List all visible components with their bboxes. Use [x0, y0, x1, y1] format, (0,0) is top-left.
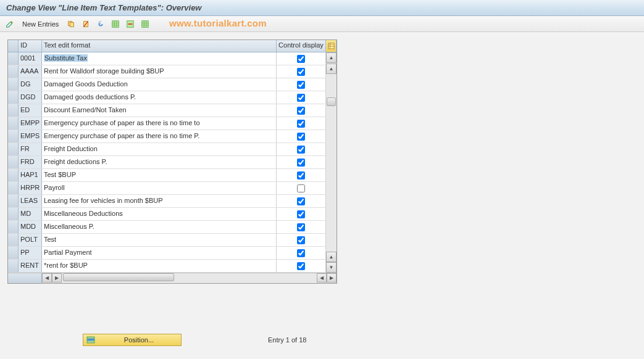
cell-control — [277, 195, 326, 207]
table-row: MDDMiscellaneous P. — [8, 221, 326, 234]
cell-text[interactable]: Discount Earned/Not Taken — [42, 104, 277, 117]
row-selector[interactable] — [8, 182, 19, 194]
row-selector[interactable] — [8, 78, 19, 91]
row-selector[interactable] — [8, 221, 19, 233]
cell-id[interactable]: AAAA — [19, 65, 42, 78]
cell-text[interactable]: Test $BUP — [42, 169, 277, 181]
row-selector[interactable] — [8, 208, 19, 220]
cell-text[interactable]: Freight deductions P. — [42, 156, 277, 168]
row-selector[interactable] — [8, 65, 19, 78]
toggle-button[interactable] — [4, 18, 16, 30]
scroll-right-button[interactable]: ▶ — [327, 273, 337, 283]
cell-id[interactable]: HAP1 — [19, 169, 42, 181]
toolbar: New Entries www.tutorialkart.com — [0, 16, 644, 32]
control-checkbox[interactable] — [297, 184, 305, 192]
scroll-up-button[interactable]: ▲ — [326, 52, 337, 63]
control-checkbox[interactable] — [297, 146, 305, 154]
control-checkbox[interactable] — [297, 171, 305, 180]
row-selector[interactable] — [8, 91, 19, 104]
cell-text[interactable]: *rent for $BUP — [42, 260, 277, 272]
cell-id[interactable]: LEAS — [19, 195, 42, 207]
cell-id[interactable]: MDD — [19, 221, 42, 233]
select-all-button[interactable] — [109, 18, 122, 30]
cell-control — [277, 104, 326, 117]
cell-text[interactable]: Partial Payment — [42, 247, 277, 259]
undo-button[interactable] — [94, 18, 107, 30]
control-checkbox[interactable] — [297, 68, 305, 76]
scroll-up-button-2[interactable]: ▲ — [326, 64, 337, 74]
scroll-thumb[interactable] — [327, 97, 336, 106]
row-selector[interactable] — [8, 260, 19, 272]
row-selector[interactable] — [8, 117, 19, 130]
cell-id[interactable]: EMPS — [19, 130, 42, 142]
control-checkbox[interactable] — [297, 94, 305, 102]
cell-id[interactable]: DG — [19, 78, 42, 91]
control-checkbox[interactable] — [297, 249, 305, 257]
cell-text[interactable]: Test — [42, 234, 277, 246]
column-header-text[interactable]: Text edit format — [42, 40, 277, 52]
control-checkbox[interactable] — [297, 81, 305, 89]
row-selector[interactable] — [8, 104, 19, 117]
hscroll-thumb[interactable] — [63, 273, 174, 281]
row-selector[interactable] — [8, 156, 19, 168]
row-selector[interactable] — [8, 143, 19, 155]
vertical-scrollbar[interactable]: ▲ ▲ ▲ ▼ — [326, 52, 337, 273]
cell-text[interactable]: Miscellaneous Deductions — [42, 208, 277, 220]
copy-button[interactable] — [65, 18, 77, 30]
horizontal-scrollbar[interactable]: ◀ ▶ ◀ ▶ — [8, 273, 337, 283]
cell-text[interactable]: Emergency purchase of paper as there is … — [42, 130, 277, 142]
deselect-button[interactable] — [124, 18, 136, 30]
cell-text[interactable]: Substitute Tax — [42, 52, 277, 65]
row-selector[interactable] — [8, 130, 19, 142]
position-button[interactable]: Position... — [83, 334, 182, 346]
cell-text[interactable]: Damaged goods deductions P. — [42, 91, 277, 104]
configure-columns-button[interactable] — [326, 40, 337, 52]
cell-id[interactable]: HRPR — [19, 182, 42, 194]
control-checkbox[interactable] — [297, 236, 305, 244]
control-checkbox[interactable] — [297, 55, 305, 63]
cell-text[interactable]: Emergency purchase of paper as there is … — [42, 117, 277, 130]
cell-id[interactable]: PP — [19, 247, 42, 259]
control-checkbox[interactable] — [297, 133, 305, 141]
grid-button[interactable] — [139, 18, 151, 30]
control-checkbox[interactable] — [297, 159, 305, 167]
cell-id[interactable]: 0001 — [19, 52, 42, 65]
cell-text[interactable]: Rent for Walldorf storage building $BUP — [42, 65, 277, 78]
control-checkbox[interactable] — [297, 120, 305, 128]
column-header-id[interactable]: ID — [19, 40, 42, 52]
scroll-left-button-2[interactable]: ▶ — [52, 273, 62, 283]
scroll-left-button[interactable]: ◀ — [42, 273, 52, 283]
row-selector[interactable] — [8, 195, 19, 207]
cell-text[interactable]: Leasing fee for vehicles in month $BUP — [42, 195, 277, 207]
cell-text[interactable]: Miscellaneous P. — [42, 221, 277, 233]
scroll-right-button-2[interactable]: ◀ — [317, 273, 327, 283]
control-checkbox[interactable] — [297, 223, 305, 231]
cell-id[interactable]: POLT — [19, 234, 42, 246]
delete-button[interactable] — [80, 18, 92, 30]
cell-id[interactable]: DGD — [19, 91, 42, 104]
cell-id[interactable]: FRD — [19, 156, 42, 168]
cell-id[interactable]: MD — [19, 208, 42, 220]
cell-text[interactable]: Freight Deduction — [42, 143, 277, 155]
row-selector[interactable] — [8, 247, 19, 259]
scroll-down-button[interactable]: ▼ — [326, 262, 337, 273]
control-checkbox[interactable] — [297, 262, 305, 270]
cell-control — [277, 156, 326, 168]
delete-icon — [82, 20, 90, 28]
cell-text[interactable]: Damaged Goods Deduction — [42, 78, 277, 91]
cell-id[interactable]: ED — [19, 104, 42, 117]
control-checkbox[interactable] — [297, 107, 305, 115]
cell-id[interactable]: FR — [19, 143, 42, 155]
control-checkbox[interactable] — [297, 197, 305, 205]
cell-id[interactable]: EMPP — [19, 117, 42, 130]
scroll-down-button-2[interactable]: ▲ — [326, 252, 337, 262]
cell-text[interactable]: Payroll — [42, 182, 277, 194]
control-checkbox[interactable] — [297, 210, 305, 218]
cell-id[interactable]: RENT — [19, 260, 42, 272]
row-selector[interactable] — [8, 169, 19, 181]
column-header-control[interactable]: Control display — [277, 40, 326, 52]
row-selector[interactable] — [8, 234, 19, 246]
row-selector[interactable] — [8, 52, 19, 65]
new-entries-button[interactable]: New Entries — [19, 19, 62, 29]
select-all-column-header[interactable] — [8, 40, 19, 52]
